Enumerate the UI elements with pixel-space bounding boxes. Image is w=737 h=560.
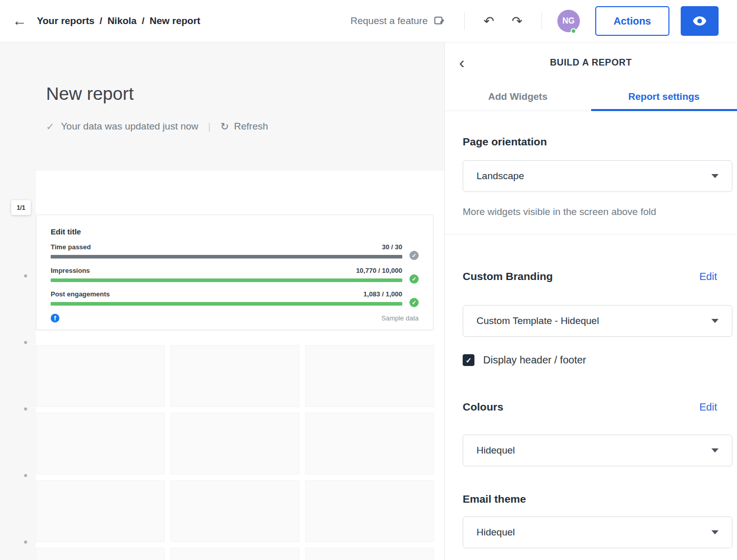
widget-placeholder[interactable] [305, 548, 434, 560]
page-indicator-badge: 1/1 [11, 200, 31, 215]
widget-placeholder[interactable] [36, 548, 165, 560]
undo-button[interactable] [475, 14, 503, 29]
custom-branding-edit-link[interactable]: Edit [700, 271, 717, 283]
data-status-row: Your data was updated just now | Refresh [46, 120, 268, 133]
widget-placeholder[interactable] [36, 345, 165, 407]
metric-label: Time passed [51, 243, 91, 251]
breadcrumb: Your reports / Nikola / New report [37, 15, 200, 27]
undo-icon [484, 14, 494, 29]
goals-widget[interactable]: Edit title Time passed 30 / 30 Impressio… [36, 214, 433, 330]
widget-placeholder[interactable] [170, 413, 299, 475]
status-separator: | [205, 121, 214, 132]
panel-header: BUILD A REPORT [445, 42, 737, 82]
metric-value: 1,083 / 1,000 [363, 290, 402, 298]
colours-edit-link[interactable]: Edit [700, 401, 717, 413]
metric-value: 30 / 30 [382, 243, 402, 251]
widget-placeholder[interactable] [36, 480, 165, 542]
progress-bar [51, 255, 402, 259]
metric-value: 10,770 / 10,000 [356, 267, 402, 274]
report-page-canvas: Edit title Time passed 30 / 30 Impressio… [36, 171, 444, 560]
refresh-icon [221, 120, 229, 133]
metric-label: Impressions [51, 267, 90, 274]
redo-button[interactable] [503, 14, 531, 29]
panel-collapse-button[interactable] [459, 54, 465, 71]
page-orientation-heading: Page orientation [463, 136, 732, 148]
refresh-label: Refresh [234, 121, 268, 132]
section-email-theme: Email theme Hidequel [445, 493, 737, 548]
breadcrumb-your-reports[interactable]: Your reports [37, 15, 95, 27]
updated-text: Your data was updated just now [61, 121, 199, 132]
page-orientation-hint: More widgets visible in the screen above… [463, 206, 732, 218]
section-divider [445, 234, 737, 234]
facebook-icon [51, 314, 59, 322]
email-theme-heading: Email theme [463, 493, 732, 505]
feedback-icon [434, 16, 445, 26]
email-theme-value: Hidequel [476, 527, 515, 538]
page-title: New report [46, 83, 134, 104]
goal-complete-icon [409, 251, 419, 260]
widget-placeholder[interactable] [170, 548, 299, 560]
refresh-button[interactable]: Refresh [221, 120, 268, 133]
widget-placeholder[interactable] [305, 345, 434, 407]
eye-icon [692, 16, 707, 26]
colours-heading: Colours [463, 401, 503, 413]
tab-report-settings[interactable]: Report settings [591, 82, 737, 111]
preview-button[interactable] [681, 6, 719, 36]
widget-placeholder[interactable] [305, 413, 434, 475]
header-divider [464, 12, 465, 30]
breadcrumb-new-report[interactable]: New report [149, 15, 200, 27]
avatar[interactable]: NG [557, 10, 580, 32]
metric-post-engagements: Post engagements 1,083 / 1,000 [51, 290, 419, 306]
panel-body: Page orientation Landscape More widgets … [445, 111, 737, 560]
chevron-down-icon [711, 174, 719, 178]
check-icon [46, 121, 54, 133]
email-theme-select[interactable]: Hidequel [463, 516, 732, 548]
tab-add-widgets[interactable]: Add Widgets [445, 82, 591, 111]
row-handle-dot [24, 474, 27, 477]
top-bar: Your reports / Nikola / New report Reque… [0, 0, 737, 42]
section-colours: Colours Edit Hidequel [445, 401, 737, 466]
page-orientation-value: Landscape [476, 170, 524, 182]
widget-placeholder[interactable] [305, 480, 434, 542]
page-orientation-select[interactable]: Landscape [463, 160, 732, 192]
display-header-footer-option[interactable]: Display header / footer [463, 354, 732, 366]
goal-complete-icon [409, 274, 419, 284]
online-status-dot [571, 28, 576, 34]
build-report-panel: BUILD A REPORT Add Widgets Report settin… [444, 42, 737, 560]
chevron-down-icon [711, 319, 719, 323]
display-header-footer-label: Display header / footer [483, 354, 586, 366]
widget-placeholder-grid [36, 345, 434, 560]
redo-icon [512, 14, 523, 29]
breadcrumb-separator: / [100, 15, 102, 27]
widget-placeholder[interactable] [170, 480, 299, 542]
request-a-feature-label: Request a feature [351, 15, 428, 27]
actions-button[interactable]: Actions [595, 6, 669, 36]
progress-bar [51, 278, 402, 282]
header-divider [541, 12, 542, 30]
row-handle-dot [24, 274, 27, 277]
custom-branding-select[interactable]: Custom Template - Hidequel [463, 305, 732, 337]
section-page-orientation: Page orientation Landscape More widgets … [445, 136, 737, 218]
row-handle-dot [24, 541, 27, 544]
content-area: New report Your data was updated just no… [0, 42, 737, 560]
checkbox-checked-icon[interactable] [463, 354, 474, 366]
chevron-down-icon [711, 530, 719, 534]
custom-branding-heading: Custom Branding [463, 270, 553, 283]
panel-tabs: Add Widgets Report settings [445, 82, 737, 111]
widget-title[interactable]: Edit title [51, 227, 419, 236]
widget-placeholder[interactable] [170, 345, 299, 407]
app-window: Your reports / Nikola / New report Reque… [0, 0, 737, 560]
metric-time-passed: Time passed 30 / 30 [51, 243, 419, 259]
colours-select[interactable]: Hidequel [463, 435, 732, 466]
panel-title: BUILD A REPORT [445, 57, 737, 68]
report-editor: New report Your data was updated just no… [0, 42, 444, 560]
widget-placeholder[interactable] [36, 413, 165, 475]
request-a-feature-button[interactable]: Request a feature [351, 15, 445, 27]
progress-bar [51, 302, 402, 306]
back-button[interactable] [12, 13, 27, 29]
goal-complete-icon [409, 298, 419, 307]
breadcrumb-nikola[interactable]: Nikola [107, 15, 137, 27]
custom-branding-value: Custom Template - Hidequel [476, 315, 599, 327]
back-arrow-icon [12, 13, 27, 29]
widget-footer: Sample data [51, 314, 419, 322]
